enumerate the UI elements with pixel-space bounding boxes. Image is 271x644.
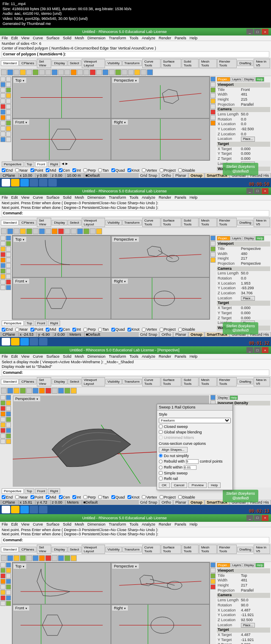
panel-tab-properties[interactable]: Proper...	[217, 77, 230, 82]
menu-solid[interactable]: Solid	[63, 36, 71, 40]
menu-view[interactable]: View	[21, 36, 29, 40]
tool-icon[interactable]	[96, 69, 102, 75]
tool-icon[interactable]	[26, 69, 32, 75]
prop-projection[interactable]: Parallel	[241, 102, 269, 107]
vp-label-right[interactable]: Right▼	[112, 120, 128, 125]
taskbar-item[interactable]	[39, 179, 47, 186]
tool-icon[interactable]	[7, 69, 13, 75]
toolbar-tab-newv5[interactable]: New in V5	[254, 59, 270, 68]
toolbar-tab-drafting[interactable]: Drafting	[237, 60, 253, 66]
vp-label-top[interactable]: Top▼	[14, 78, 26, 83]
lt-icon[interactable]	[6, 115, 11, 120]
lt-icon[interactable]	[0, 110, 6, 115]
global-blend-check[interactable]	[159, 430, 163, 434]
closed-sweep-check[interactable]	[159, 425, 163, 428]
vtab-front[interactable]: Front	[35, 162, 47, 167]
lt-icon[interactable]	[0, 126, 6, 131]
taskbar-item[interactable]	[20, 179, 29, 186]
menu-dimension[interactable]: Dimension	[87, 36, 105, 40]
vp-label-front[interactable]: Front▼	[14, 120, 29, 125]
viewport-perspective[interactable]: Perspective▼	[111, 77, 209, 118]
rt-icon[interactable]	[210, 88, 216, 93]
align-shapes-button[interactable]: Align Shapes...	[159, 447, 188, 452]
tool-icon[interactable]	[77, 69, 83, 75]
cancel-button[interactable]: Cancel	[171, 482, 188, 488]
tool-icon[interactable]	[1, 69, 7, 75]
lt-icon[interactable]	[0, 88, 6, 93]
maximize-button[interactable]: □	[254, 29, 261, 35]
lt-icon[interactable]	[0, 115, 6, 120]
menu-panels[interactable]: Panels	[174, 36, 186, 40]
taskbar-item[interactable]	[30, 179, 38, 186]
cmd-prompt[interactable]: Corner of polygon ( NumSides=6 ):	[3, 52, 66, 56]
lt-icon[interactable]	[0, 121, 6, 126]
tool-icon[interactable]	[52, 69, 58, 75]
lt-icon[interactable]	[0, 77, 6, 82]
vp-label-persp[interactable]: Perspective▼	[112, 78, 139, 83]
rt-icon[interactable]	[210, 121, 216, 126]
status-cplane[interactable]: CPlane	[1, 173, 17, 178]
tool-icon[interactable]	[14, 69, 19, 75]
tool-icon[interactable]	[39, 69, 45, 75]
osnap-int[interactable]	[72, 168, 76, 172]
lt-icon[interactable]	[6, 82, 11, 87]
osnap-toggle[interactable]: Osnap	[189, 173, 204, 178]
toolbar-tab-cplanes[interactable]: CPlanes	[19, 60, 36, 66]
toolbar-tab-display[interactable]: Display	[52, 60, 67, 66]
tool-icon[interactable]	[20, 69, 26, 75]
start-button[interactable]	[2, 179, 10, 186]
prop-width[interactable]: 481	[241, 92, 269, 97]
lt-icon[interactable]	[6, 121, 11, 126]
refit-rail-check[interactable]	[159, 477, 163, 480]
prop-height[interactable]: 215	[241, 97, 269, 102]
tool-icon[interactable]	[147, 69, 153, 75]
vtab-top[interactable]: Top	[25, 162, 34, 167]
osnap-tan[interactable]	[98, 168, 102, 172]
rt-icon[interactable]	[210, 110, 216, 115]
lt-icon[interactable]	[0, 137, 6, 142]
menu-surface[interactable]: Surface	[46, 36, 59, 40]
menu-analyze[interactable]: Analyze	[142, 36, 155, 40]
osnap-cen[interactable]	[59, 168, 63, 172]
tool-icon[interactable]	[33, 69, 39, 75]
viewport-right[interactable]: Right▼	[111, 119, 209, 160]
osnap-end[interactable]	[2, 168, 6, 172]
osnap-project[interactable]	[160, 168, 163, 172]
gridsnap-toggle[interactable]: Grid Snap	[139, 173, 159, 178]
menu-file[interactable]: File	[2, 36, 8, 40]
viewport-perspective-max[interactable]: Perspective▼ Sweep 1 Rail Options Style …	[13, 395, 209, 487]
menu-tools[interactable]: Tools	[130, 36, 138, 40]
refit-input[interactable]	[184, 465, 196, 470]
tool-icon[interactable]	[102, 69, 108, 75]
rt-icon[interactable]	[210, 82, 216, 87]
toolbar-tab-curvetools[interactable]: Curve Tools	[142, 59, 160, 68]
osnap-quad[interactable]	[111, 168, 115, 172]
tool-icon[interactable]	[58, 69, 64, 75]
toolbar-tab-meshtools[interactable]: Mesh Tools	[199, 59, 217, 68]
toolbar-tab-select[interactable]: Select	[68, 60, 81, 66]
menu-help[interactable]: Help	[190, 36, 198, 40]
lt-icon[interactable]	[6, 99, 11, 104]
rt-icon[interactable]	[210, 115, 216, 120]
viewport-top[interactable]: Top▼	[13, 77, 111, 118]
panel-tab-help[interactable]: Help	[255, 77, 264, 82]
planar-toggle[interactable]: Planar	[174, 173, 188, 178]
lt-icon[interactable]	[0, 82, 6, 87]
taskbar-item[interactable]	[48, 179, 57, 186]
tool-icon[interactable]	[141, 69, 147, 75]
rebuild-input[interactable]	[186, 459, 199, 464]
lt-icon[interactable]	[0, 104, 6, 109]
lt-icon[interactable]	[6, 93, 11, 98]
lt-icon[interactable]	[6, 104, 11, 109]
lt-icon[interactable]	[6, 88, 11, 93]
osnap-vertex[interactable]	[142, 168, 146, 172]
menu-mesh[interactable]: Mesh	[75, 36, 84, 40]
vtab-right[interactable]: Right	[48, 162, 60, 167]
tool-icon[interactable]	[134, 69, 140, 75]
toolbar-tab-vplayout[interactable]: Viewport Layout	[82, 59, 105, 68]
lt-icon[interactable]	[6, 126, 11, 131]
tool-icon[interactable]	[128, 69, 134, 75]
rt-icon[interactable]	[210, 93, 216, 98]
ortho-toggle[interactable]: Ortho	[160, 173, 172, 178]
toolbar-tab-solidtools[interactable]: Solid Tools	[182, 59, 199, 68]
